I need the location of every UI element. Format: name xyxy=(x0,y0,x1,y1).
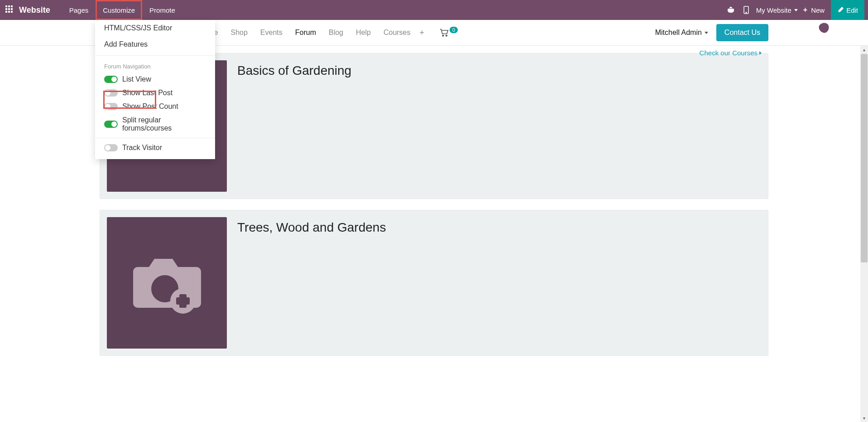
edit-button[interactable]: Edit xyxy=(831,0,864,20)
toggle-label: Show Post Count xyxy=(122,102,178,111)
site-nav: ie Shop Events Forum Blog Help Courses + xyxy=(206,28,424,38)
cart-button[interactable]: 0 xyxy=(440,29,458,37)
site-nav-help[interactable]: Help xyxy=(350,29,377,37)
customize-dropdown: HTML/CSS/JS Editor Add Features Forum Na… xyxy=(95,20,215,159)
topnav-promote[interactable]: Promote xyxy=(142,0,182,20)
svg-point-2 xyxy=(442,35,444,36)
caret-down-icon xyxy=(794,9,798,11)
site-nav-shop[interactable]: Shop xyxy=(224,29,254,37)
site-nav-courses[interactable]: Courses xyxy=(377,29,417,37)
toggle-switch[interactable] xyxy=(104,89,118,97)
toggle-switch[interactable] xyxy=(104,103,118,110)
plus-icon: + xyxy=(803,6,807,14)
chevron-right-icon xyxy=(759,51,762,55)
edit-label: Edit xyxy=(846,6,858,14)
apps-icon[interactable] xyxy=(5,5,14,15)
app-brand[interactable]: Website xyxy=(19,5,50,15)
site-nav-blog[interactable]: Blog xyxy=(322,29,350,37)
divider xyxy=(95,55,215,56)
mobile-preview-icon[interactable] xyxy=(743,6,749,14)
new-button[interactable]: + New xyxy=(803,6,825,14)
contact-us-button[interactable]: Contact Us xyxy=(716,24,768,41)
forum-card[interactable]: Trees, Wood and Gardens xyxy=(100,210,768,356)
divider xyxy=(95,138,215,138)
scrollbar-thumb[interactable] xyxy=(861,54,868,262)
topnav-pages[interactable]: Pages xyxy=(62,0,96,20)
caret-down-icon xyxy=(705,32,708,34)
topbar-nav: Pages Customize Promote xyxy=(62,0,182,20)
toggle-switch[interactable] xyxy=(104,76,118,83)
my-website-label: My Website xyxy=(756,6,791,14)
dd-toggle-track[interactable]: Track Visitor xyxy=(95,141,215,155)
website-editor-topbar: Website Pages Customize Promote My Websi… xyxy=(0,0,868,20)
site-nav-events[interactable]: Events xyxy=(254,29,289,37)
dd-toggle-split[interactable]: Split regular forums/courses xyxy=(95,113,215,135)
add-menu-icon[interactable]: + xyxy=(420,28,425,38)
toggle-label: Show Last Post xyxy=(122,89,173,97)
svg-rect-11 xyxy=(176,297,190,305)
my-website-dropdown[interactable]: My Website xyxy=(756,6,798,14)
check-courses-label: Check our Courses xyxy=(700,49,758,57)
new-label: New xyxy=(811,6,825,14)
toggle-label: Track Visitor xyxy=(122,144,162,152)
cart-icon xyxy=(440,29,449,37)
toggle-switch[interactable] xyxy=(104,121,118,128)
dd-section-forum-nav: Forum Navigation xyxy=(95,58,215,73)
forum-thumb-placeholder xyxy=(107,217,227,349)
site-nav-forum[interactable]: Forum xyxy=(289,29,322,37)
camera-plus-icon xyxy=(129,249,206,317)
cart-badge: 0 xyxy=(450,27,458,33)
dd-toggle-last-post[interactable]: Show Last Post xyxy=(95,86,215,100)
forum-title: Basics of Gardening xyxy=(234,53,351,199)
forum-title: Trees, Wood and Gardens xyxy=(234,210,386,355)
scrollbar-track[interactable]: ▴ ▾ xyxy=(860,46,868,422)
topnav-customize[interactable]: Customize xyxy=(96,0,142,20)
toggle-label: List View xyxy=(122,75,151,83)
scroll-up-arrow[interactable]: ▴ xyxy=(860,46,868,53)
dd-html-editor[interactable]: HTML/CSS/JS Editor xyxy=(95,20,215,36)
toggle-label: Split regular forums/courses xyxy=(122,116,206,132)
bug-icon[interactable] xyxy=(727,6,734,14)
dd-toggle-post-count[interactable]: Show Post Count xyxy=(95,100,215,113)
user-name: Mitchell Admin xyxy=(655,29,702,37)
dd-add-features[interactable]: Add Features xyxy=(95,36,215,53)
svg-point-1 xyxy=(746,12,747,13)
svg-point-3 xyxy=(446,35,447,36)
check-courses-link[interactable]: Check our Courses xyxy=(700,49,762,57)
user-menu[interactable]: Mitchell Admin xyxy=(655,29,708,37)
toggle-switch[interactable] xyxy=(104,144,118,151)
pencil-icon xyxy=(837,7,844,13)
scroll-down-arrow[interactable]: ▾ xyxy=(860,414,868,422)
dd-toggle-list-view[interactable]: List View xyxy=(95,73,215,86)
